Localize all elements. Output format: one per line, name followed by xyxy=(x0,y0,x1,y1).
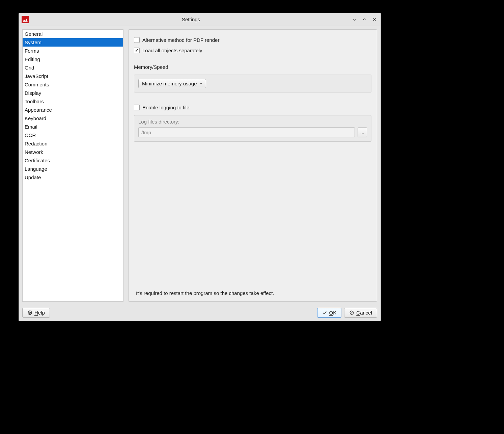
svg-point-3 xyxy=(29,312,30,313)
sidebar-item-certificates[interactable]: Certificates xyxy=(23,156,123,165)
alternative-render-checkbox[interactable] xyxy=(134,37,140,43)
sidebar-item-appearance[interactable]: Appearance xyxy=(23,106,123,114)
memory-speed-dropdown[interactable]: Minimize memory usage xyxy=(138,79,206,88)
sidebar-item-system[interactable]: System xyxy=(23,38,123,47)
load-all-objects-checkbox[interactable] xyxy=(134,48,140,53)
restart-required-note: It's required to restart the program so … xyxy=(134,288,371,297)
log-directory-label: Log files directory: xyxy=(138,119,367,125)
titlebar-controls xyxy=(351,16,378,23)
svg-line-9 xyxy=(351,311,353,314)
enable-logging-label: Enable logging to file xyxy=(142,105,189,110)
help-icon xyxy=(27,310,32,315)
sidebar-item-grid[interactable]: Grid xyxy=(23,63,123,72)
sidebar-item-toolbars[interactable]: Toolbars xyxy=(23,97,123,106)
sidebar-item-email[interactable]: Email xyxy=(23,123,123,131)
prohibit-icon xyxy=(349,310,354,315)
enable-logging-row: Enable logging to file xyxy=(134,105,371,110)
log-directory-group: Log files directory: ... xyxy=(134,115,371,142)
browse-log-directory-button[interactable]: ... xyxy=(358,127,367,137)
log-directory-input[interactable] xyxy=(138,127,355,137)
sidebar-item-ocr[interactable]: OCR xyxy=(23,131,123,139)
alternative-render-row: Alternative method for PDF render xyxy=(134,37,371,43)
window-title: Settings xyxy=(31,17,351,22)
sidebar-item-general[interactable]: General xyxy=(23,30,123,38)
chevron-down-icon xyxy=(200,83,202,84)
browse-label: ... xyxy=(360,130,364,135)
close-button[interactable] xyxy=(371,16,378,23)
titlebar: Settings xyxy=(19,13,381,26)
cancel-label: Cancel xyxy=(356,310,372,316)
sidebar-item-redaction[interactable]: Redaction xyxy=(23,139,123,148)
sidebar-item-javascript[interactable]: JavaScript xyxy=(23,72,123,80)
memory-speed-value: Minimize memory usage xyxy=(142,81,197,86)
load-all-objects-row: Load all objects separately xyxy=(134,48,371,53)
ok-button[interactable]: OK xyxy=(317,308,342,318)
memory-speed-group: Minimize memory usage xyxy=(134,75,371,92)
ok-label: OK xyxy=(329,310,337,316)
minimize-button[interactable] xyxy=(351,16,358,23)
cancel-button[interactable]: Cancel xyxy=(344,308,377,318)
load-all-objects-label: Load all objects separately xyxy=(142,48,202,53)
sidebar-item-display[interactable]: Display xyxy=(23,89,123,97)
dialog-footer: Help OK Cancel xyxy=(19,305,381,321)
sidebar-item-comments[interactable]: Comments xyxy=(23,80,123,89)
help-label: Help xyxy=(34,310,45,316)
help-button[interactable]: Help xyxy=(22,308,50,318)
sidebar-item-update[interactable]: Update xyxy=(23,173,123,182)
sidebar-item-language[interactable]: Language xyxy=(23,165,123,173)
memory-speed-label: Memory/Speed xyxy=(134,64,371,70)
sidebar-item-forms[interactable]: Forms xyxy=(23,47,123,55)
settings-category-list: GeneralSystemFormsEditingGridJavaScriptC… xyxy=(22,29,123,302)
alternative-render-label: Alternative method for PDF render xyxy=(142,37,219,43)
settings-window: Settings GeneralSystemFormsEditingGridJa… xyxy=(19,13,381,321)
check-icon xyxy=(322,310,327,315)
sidebar-item-editing[interactable]: Editing xyxy=(23,55,123,63)
enable-logging-checkbox[interactable] xyxy=(134,105,140,110)
sidebar-item-keyboard[interactable]: Keyboard xyxy=(23,114,123,123)
dialog-body: GeneralSystemFormsEditingGridJavaScriptC… xyxy=(19,26,381,305)
system-panel: Alternative method for PDF render Load a… xyxy=(128,29,377,302)
sidebar-item-network[interactable]: Network xyxy=(23,148,123,156)
settings-content: Alternative method for PDF render Load a… xyxy=(128,29,377,302)
maximize-button[interactable] xyxy=(361,16,368,23)
app-icon xyxy=(22,16,29,23)
